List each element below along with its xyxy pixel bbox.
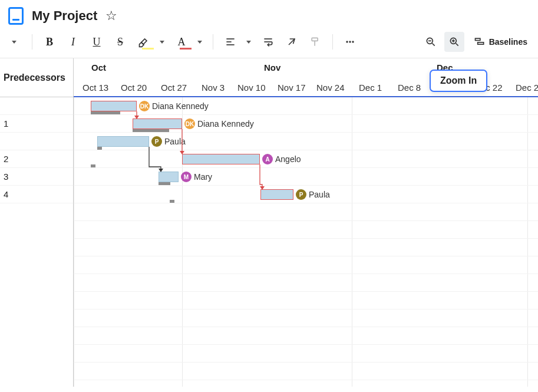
project-title[interactable]: My Project	[32, 8, 97, 24]
timeline-body[interactable]: DKDiana KennedyDKDiana KennedyPPaulaAAng…	[74, 97, 538, 387]
svg-point-8	[352, 41, 354, 42]
leading-dropdown[interactable]	[5, 32, 25, 52]
assignee-avatar[interactable]: P	[151, 136, 162, 147]
svg-rect-17	[477, 42, 483, 44]
gantt-bar[interactable]	[133, 118, 182, 129]
assignee-label: Diana Kennedy	[197, 119, 254, 129]
assignee-avatar[interactable]: A	[262, 154, 273, 164]
assignee-avatar[interactable]: P	[296, 189, 306, 200]
highlight-color-swatch	[142, 48, 154, 50]
svg-rect-16	[475, 38, 480, 40]
svg-line-11	[432, 44, 434, 46]
month-header: Nov	[258, 58, 280, 76]
zoom-out-button[interactable]	[421, 32, 441, 52]
timeline-row	[74, 203, 538, 221]
day-header: Nov 24	[316, 83, 345, 93]
predecessors-cell[interactable]: 3	[0, 168, 73, 186]
align-button[interactable]	[220, 32, 240, 52]
underline-button[interactable]: U	[87, 32, 107, 52]
bold-button[interactable]: B	[39, 32, 60, 52]
day-header: Nov 3	[202, 83, 225, 93]
formatting-toolbar: B I U S A Baselines	[0, 31, 538, 58]
day-header: Oct 13	[82, 83, 108, 93]
svg-rect-5	[312, 38, 318, 41]
favorite-star-icon[interactable]: ☆	[105, 8, 117, 24]
day-header: Oct 20	[121, 83, 147, 93]
day-header: Oct 27	[161, 83, 187, 93]
gantt-bar[interactable]	[260, 189, 293, 200]
highlight-color-dropdown[interactable]	[157, 32, 168, 52]
month-header: Oct	[85, 58, 106, 76]
predecessors-cell[interactable]: 1	[0, 115, 73, 133]
text-color-dropdown[interactable]	[195, 32, 206, 52]
gantt-bar[interactable]	[182, 154, 260, 164]
wrap-button[interactable]	[258, 32, 278, 52]
predecessors-cell[interactable]: 2	[0, 150, 73, 168]
predecessors-cell[interactable]	[0, 133, 73, 150]
day-header: Nov 17	[278, 83, 306, 93]
day-header: Dec 2	[516, 83, 538, 93]
clear-format-button[interactable]	[282, 32, 302, 52]
gantt-bar[interactable]	[91, 101, 137, 111]
timeline-row	[74, 239, 538, 256]
timeline-row	[74, 292, 538, 309]
timeline-row	[74, 380, 538, 387]
timeline-row	[74, 150, 538, 168]
toolbar-separator	[32, 34, 32, 50]
assignee-label: Paula	[164, 137, 186, 146]
assignee-avatar[interactable]: DK	[139, 101, 150, 111]
baseline-bar	[159, 182, 170, 185]
timeline-panel[interactable]: OctNovDec Oct 13Oct 20Oct 27Nov 3Nov 10N…	[74, 58, 538, 387]
svg-point-6	[346, 41, 348, 42]
assignee-label: Diana Kennedy	[152, 101, 209, 111]
zoom-in-tooltip: Zoom In	[430, 70, 487, 92]
day-header: Dec 1	[359, 83, 382, 93]
baseline-bar	[170, 200, 174, 203]
baseline-bar	[97, 147, 102, 150]
baselines-label: Baselines	[489, 37, 527, 47]
day-header: Nov 10	[237, 83, 266, 93]
timeline-row	[74, 309, 538, 327]
gantt-grid: Predecessors 1234 OctNovDec Oct 13Oct 20…	[0, 58, 538, 387]
svg-point-7	[349, 41, 351, 42]
baselines-button[interactable]: Baselines	[468, 32, 533, 52]
more-options-button[interactable]	[340, 32, 360, 52]
predecessors-header[interactable]: Predecessors	[0, 58, 73, 97]
toolbar-separator	[213, 34, 213, 50]
app-header: My Project ☆	[0, 0, 538, 31]
predecessors-column: Predecessors 1234	[0, 58, 74, 387]
assignee-avatar[interactable]: DK	[184, 118, 195, 129]
timeline-row	[74, 221, 538, 239]
predecessors-cell[interactable]: 4	[0, 186, 73, 203]
baseline-bar	[133, 129, 169, 132]
timeline-row	[74, 327, 538, 345]
assignee-label: Mary	[194, 172, 212, 182]
zoom-in-button[interactable]	[444, 32, 464, 52]
italic-button[interactable]: I	[63, 32, 83, 52]
text-color-swatch	[180, 48, 192, 50]
baselines-icon	[474, 36, 486, 48]
timeline-row	[74, 168, 538, 186]
gantt-bar[interactable]	[159, 172, 179, 182]
format-painter-button[interactable]	[305, 32, 325, 52]
doc-icon	[8, 7, 24, 25]
predecessors-cell[interactable]	[0, 97, 73, 115]
svg-line-15	[456, 44, 458, 46]
day-header: Dec 8	[398, 83, 421, 93]
timeline-row	[74, 256, 538, 274]
toolbar-separator	[332, 34, 333, 50]
baseline-bar	[91, 164, 95, 167]
timeline-row	[74, 345, 538, 363]
assignee-label: Angelo	[275, 154, 301, 164]
timeline-row	[74, 274, 538, 292]
timeline-row	[74, 363, 538, 380]
strikethrough-button[interactable]: S	[110, 32, 130, 52]
gantt-bar[interactable]	[97, 136, 149, 147]
baseline-bar	[91, 111, 120, 114]
assignee-avatar[interactable]: M	[181, 172, 192, 182]
align-dropdown[interactable]	[244, 32, 255, 52]
assignee-label: Paula	[309, 190, 330, 199]
